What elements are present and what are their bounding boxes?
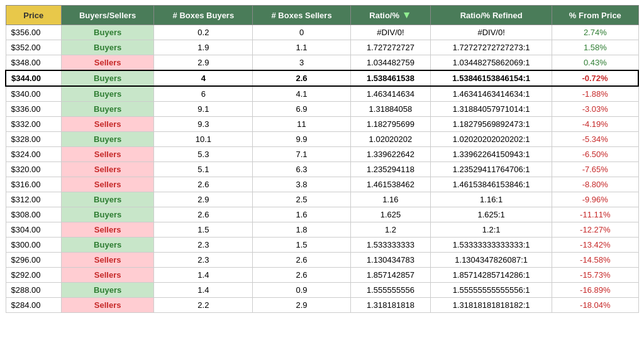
ratio-refined-cell: 1.53846153846154:1	[431, 70, 552, 86]
ratio-refined-cell: 1.16:1	[431, 192, 552, 207]
price-cell: $344.00	[6, 70, 62, 86]
from-price-cell: -0.72%	[552, 70, 638, 86]
ratio-refined-cell: #DIV/0!	[431, 25, 552, 40]
buyers-sellers-cell: Sellers	[62, 162, 154, 177]
price-cell: $340.00	[6, 86, 62, 102]
buyers-sellers-cell: Sellers	[62, 117, 154, 132]
boxes-buyers-cell: 2.3	[154, 238, 253, 253]
from-price-cell: -16.89%	[552, 283, 638, 298]
boxes-buyers-cell: 2.3	[154, 253, 253, 268]
ratio-cell: 1.034482759	[350, 55, 430, 71]
price-cell: $288.00	[6, 283, 62, 298]
boxes-buyers-cell: 1.9	[154, 40, 253, 55]
boxes-buyers-cell: 2.9	[154, 192, 253, 207]
buyers-sellers-cell: Buyers	[62, 70, 154, 86]
ratio-refined-cell: 1.1304347826087:1	[431, 253, 552, 268]
header-ratio: Ratio/% ▼	[350, 6, 430, 25]
ratio-cell: 1.31884058	[350, 102, 430, 117]
from-price-cell: -18.04%	[552, 298, 638, 313]
from-price-cell: -3.03%	[552, 102, 638, 117]
price-cell: $316.00	[6, 177, 62, 192]
buyers-sellers-cell: Sellers	[62, 222, 154, 238]
boxes-sellers-cell: 6.3	[253, 162, 350, 177]
ratio-cell: 1.235294118	[350, 162, 430, 177]
price-cell: $324.00	[6, 147, 62, 162]
price-cell: $284.00	[6, 298, 62, 313]
buyers-sellers-cell: Sellers	[62, 147, 154, 162]
from-price-cell: -12.27%	[552, 222, 638, 238]
boxes-sellers-cell: 1.8	[253, 222, 350, 238]
boxes-buyers-cell: 4	[154, 70, 253, 86]
ratio-refined-cell: 1.85714285714286:1	[431, 268, 552, 283]
ratio-cell: 1.16	[350, 192, 430, 207]
price-cell: $356.00	[6, 25, 62, 40]
buyers-sellers-cell: Buyers	[62, 25, 154, 40]
boxes-buyers-cell: 1.5	[154, 222, 253, 238]
boxes-buyers-cell: 1.4	[154, 283, 253, 298]
header-ratio-refined: Ratio/% Refined	[431, 6, 552, 25]
boxes-sellers-cell: 3	[253, 55, 350, 71]
from-price-cell: -6.50%	[552, 147, 638, 162]
from-price-cell: -14.58%	[552, 253, 638, 268]
buyers-sellers-cell: Buyers	[62, 40, 154, 55]
header-price: Price	[6, 6, 62, 25]
from-price-cell: -1.88%	[552, 86, 638, 102]
buyers-sellers-cell: Buyers	[62, 238, 154, 253]
boxes-buyers-cell: 2.2	[154, 298, 253, 313]
price-cell: $352.00	[6, 40, 62, 55]
ratio-refined-cell: 1.02020202020202:1	[431, 132, 552, 147]
ratio-refined-cell: 1.23529411764706:1	[431, 162, 552, 177]
buyers-sellers-cell: Sellers	[62, 253, 154, 268]
buyers-sellers-cell: Sellers	[62, 177, 154, 192]
buyers-sellers-cell: Buyers	[62, 132, 154, 147]
from-price-cell: -5.34%	[552, 132, 638, 147]
ratio-refined-cell: 1.46341463414634:1	[431, 86, 552, 102]
ratio-cell: 1.555555556	[350, 283, 430, 298]
boxes-buyers-cell: 2.9	[154, 55, 253, 71]
boxes-sellers-cell: 7.1	[253, 147, 350, 162]
boxes-sellers-cell: 9.9	[253, 132, 350, 147]
ratio-cell: 1.857142857	[350, 268, 430, 283]
ratio-refined-cell: 1.53333333333333:1	[431, 238, 552, 253]
buyers-sellers-cell: Sellers	[62, 268, 154, 283]
boxes-buyers-cell: 2.6	[154, 207, 253, 222]
buyers-sellers-cell: Buyers	[62, 207, 154, 222]
boxes-buyers-cell: 5.3	[154, 147, 253, 162]
buyers-sellers-cell: Buyers	[62, 283, 154, 298]
ratio-cell: 1.2	[350, 222, 430, 238]
from-price-cell: -15.73%	[552, 268, 638, 283]
from-price-cell: -13.42%	[552, 238, 638, 253]
boxes-sellers-cell: 1.5	[253, 238, 350, 253]
price-cell: $320.00	[6, 162, 62, 177]
price-cell: $348.00	[6, 55, 62, 71]
ratio-cell: 1.02020202	[350, 132, 430, 147]
boxes-buyers-cell: 10.1	[154, 132, 253, 147]
price-cell: $296.00	[6, 253, 62, 268]
boxes-sellers-cell: 3.8	[253, 177, 350, 192]
from-price-cell: 2.74%	[552, 25, 638, 40]
ratio-refined-cell: 1.31884057971014:1	[431, 102, 552, 117]
ratio-cell: 1.318181818	[350, 298, 430, 313]
boxes-sellers-cell: 2.6	[253, 253, 350, 268]
header-buyers-sellers: Buyers/Sellers	[62, 6, 154, 25]
boxes-buyers-cell: 0.2	[154, 25, 253, 40]
ratio-refined-cell: 1.33962264150943:1	[431, 147, 552, 162]
boxes-sellers-cell: 2.9	[253, 298, 350, 313]
from-price-cell: 1.58%	[552, 40, 638, 55]
from-price-cell: -9.96%	[552, 192, 638, 207]
boxes-buyers-cell: 9.3	[154, 117, 253, 132]
from-price-cell: -4.19%	[552, 117, 638, 132]
price-cell: $308.00	[6, 207, 62, 222]
ratio-cell: 1.130434783	[350, 253, 430, 268]
boxes-buyers-cell: 1.4	[154, 268, 253, 283]
ratio-cell: 1.461538462	[350, 177, 430, 192]
from-price-cell: -7.65%	[552, 162, 638, 177]
boxes-buyers-cell: 5.1	[154, 162, 253, 177]
header-from-price: % From Price	[552, 6, 638, 25]
ratio-cell: 1.339622642	[350, 147, 430, 162]
boxes-sellers-cell: 6.9	[253, 102, 350, 117]
ratio-cell: 1.727272727	[350, 40, 430, 55]
header-boxes-buyers: # Boxes Buyers	[154, 6, 253, 25]
boxes-sellers-cell: 4.1	[253, 86, 350, 102]
buyers-sellers-cell: Sellers	[62, 55, 154, 71]
